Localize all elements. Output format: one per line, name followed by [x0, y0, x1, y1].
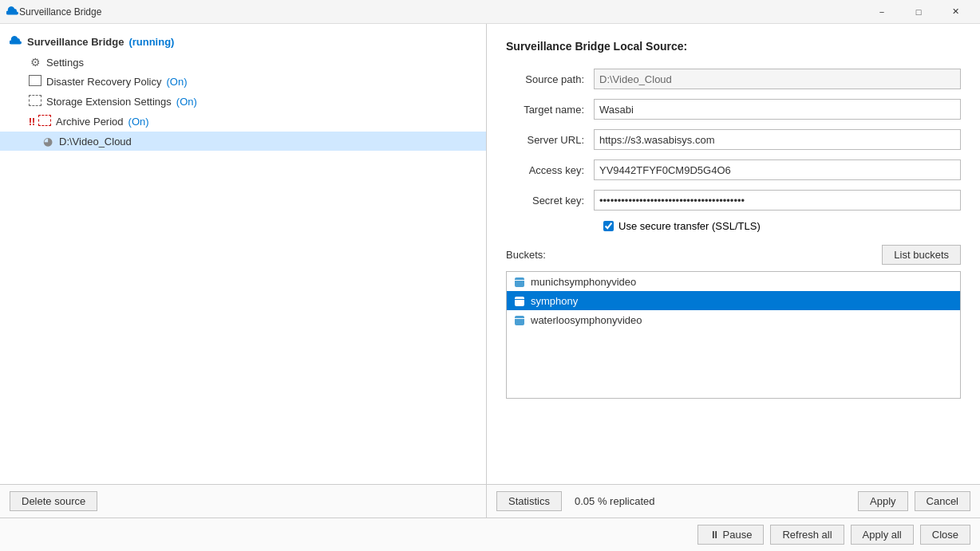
minimize-button[interactable]: −	[863, 0, 900, 24]
bucket-label-0: munichsymphonyvideo	[531, 276, 636, 288]
buckets-section: Buckets: List buckets munichsymphonyvide…	[506, 245, 961, 399]
bucket-icon-0	[513, 275, 526, 288]
source-label: D:\Video_Cloud	[59, 136, 132, 148]
access-key-row: Access key:	[506, 159, 961, 180]
bucket-icon-2	[513, 313, 526, 326]
left-panel: Surveillance Bridge (running) ⚙ Settings…	[0, 24, 487, 518]
target-name-input[interactable]	[594, 99, 961, 120]
buckets-header: Buckets: List buckets	[506, 245, 961, 265]
gear-icon: ⚙	[29, 56, 41, 69]
bucket-icon-1	[513, 294, 526, 307]
secure-transfer-checkbox[interactable]	[603, 221, 614, 231]
pause-label: Pause	[723, 529, 753, 541]
buckets-label: Buckets:	[506, 249, 546, 261]
root-label: Surveillance Bridge	[27, 36, 124, 48]
target-name-row: Target name:	[506, 99, 961, 120]
secret-key-row: Secret key:	[506, 190, 961, 211]
source-path-input[interactable]	[594, 69, 961, 89]
tree-view: Surveillance Bridge (running) ⚙ Settings…	[0, 24, 486, 484]
statistics-button[interactable]: Statistics	[496, 491, 562, 511]
archive-icon	[38, 115, 51, 128]
apply-button[interactable]: Apply	[858, 491, 908, 511]
storage-extension-status: (On)	[176, 96, 197, 108]
server-url-label: Server URL:	[506, 134, 594, 146]
pause-button[interactable]: ⏸ Pause	[697, 525, 765, 545]
server-url-row: Server URL:	[506, 129, 961, 150]
buckets-list: munichsymphonyvideo symphony	[506, 271, 961, 399]
secure-transfer-row: Use secure transfer (SSL/TLS)	[506, 220, 961, 232]
source-path-row: Source path:	[506, 69, 961, 89]
secret-key-label: Secret key:	[506, 195, 594, 207]
delete-source-button[interactable]: Delete source	[10, 491, 97, 511]
source-icon: ◕	[41, 135, 54, 148]
app-icon	[6, 6, 19, 18]
replicated-text: 0.05 % replicated	[575, 495, 654, 507]
global-bottom-actions: ⏸ Pause Refresh all Apply all Close	[697, 525, 970, 545]
right-bottom-bar: Statistics 0.05 % replicated Apply Cance…	[487, 484, 980, 518]
bucket-item-0[interactable]: munichsymphonyvideo	[507, 272, 960, 291]
bucket-item-2[interactable]: waterloosymphonyvideo	[507, 310, 960, 329]
titlebar: Surveillance Bridge − □ ✕	[0, 0, 980, 24]
right-content: Surveillance Bridge Local Source: Source…	[487, 24, 980, 484]
archive-period-label: Archive Period	[56, 116, 124, 128]
app-title: Surveillance Bridge	[19, 6, 863, 18]
sidebar-item-source[interactable]: ◕ D:\Video_Cloud	[0, 132, 486, 151]
sidebar-item-disaster-recovery[interactable]: Disaster Recovery Policy (On)	[0, 72, 486, 92]
pause-icon: ⏸	[709, 529, 720, 541]
access-key-label: Access key:	[506, 164, 594, 176]
storage-icon	[29, 95, 41, 108]
root-cloud-icon	[10, 35, 22, 48]
maximize-button[interactable]: □	[900, 0, 937, 24]
global-bottom-bar: ⏸ Pause Refresh all Apply all Close	[0, 518, 980, 551]
refresh-all-button[interactable]: Refresh all	[770, 525, 844, 545]
panel-title: Surveillance Bridge Local Source:	[506, 40, 961, 53]
disaster-recovery-status: (On)	[167, 76, 188, 88]
disaster-recovery-label: Disaster Recovery Policy	[46, 76, 162, 88]
settings-label: Settings	[46, 57, 84, 69]
main-content: Surveillance Bridge (running) ⚙ Settings…	[0, 24, 980, 518]
sidebar-item-archive-period[interactable]: !! Archive Period (On)	[0, 112, 486, 132]
left-bottom-bar: Delete source	[0, 484, 486, 518]
apply-all-button[interactable]: Apply all	[851, 525, 914, 545]
rect-icon	[29, 75, 41, 89]
close-button[interactable]: Close	[920, 525, 970, 545]
source-path-label: Source path:	[506, 73, 594, 85]
storage-extension-label: Storage Extension Settings	[46, 96, 172, 108]
bucket-label-1: symphony	[531, 295, 578, 307]
server-url-input[interactable]	[594, 129, 961, 150]
exclaim-icon: !!	[29, 116, 35, 128]
right-panel: Surveillance Bridge Local Source: Source…	[487, 24, 980, 518]
sidebar-item-storage-extension[interactable]: Storage Extension Settings (On)	[0, 92, 486, 112]
tree-root[interactable]: Surveillance Bridge (running)	[0, 30, 486, 53]
root-status: (running)	[128, 36, 174, 48]
cancel-button[interactable]: Cancel	[915, 491, 970, 511]
target-name-label: Target name:	[506, 104, 594, 116]
secure-transfer-label: Use secure transfer (SSL/TLS)	[618, 220, 761, 232]
right-bottom-actions: Apply Cancel	[858, 491, 970, 511]
secret-key-input[interactable]	[594, 190, 961, 211]
bucket-item-1[interactable]: symphony	[507, 291, 960, 310]
list-buckets-button[interactable]: List buckets	[882, 245, 961, 265]
access-key-input[interactable]	[594, 159, 961, 180]
sidebar-item-settings[interactable]: ⚙ Settings	[0, 53, 486, 72]
archive-period-status: (On)	[128, 116, 149, 128]
close-window-button[interactable]: ✕	[937, 0, 974, 24]
window-controls: − □ ✕	[863, 0, 974, 24]
bucket-label-2: waterloosymphonyvideo	[531, 314, 642, 326]
